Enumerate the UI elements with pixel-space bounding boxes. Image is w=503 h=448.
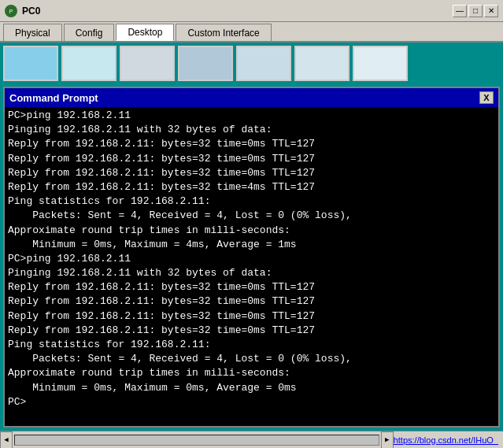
cmd-output-area[interactable]: PC>ping 192.168.2.11Pinging 192.168.2.11… xyxy=(5,107,498,426)
tab-desktop[interactable]: Desktop xyxy=(116,24,174,41)
cmd-line: Pinging 192.168.2.11 with 32 bytes of da… xyxy=(8,123,495,137)
cmd-line: Reply from 192.168.2.11: bytes=32 time=0… xyxy=(8,152,495,166)
cmd-line: Reply from 192.168.2.11: bytes=32 time=0… xyxy=(8,166,495,180)
cmd-line: Packets: Sent = 4, Received = 4, Lost = … xyxy=(8,352,495,366)
tab-physical-label: Physical xyxy=(15,28,50,39)
cmd-close-button[interactable]: X xyxy=(479,91,494,104)
close-button[interactable]: ✕ xyxy=(484,5,498,17)
maximize-button[interactable]: □ xyxy=(468,5,483,17)
tab-custom-label: Custom Interface xyxy=(187,28,259,39)
scroll-right-button[interactable]: ▶ xyxy=(381,431,394,449)
horizontal-scrollbar[interactable] xyxy=(14,435,379,446)
cmd-line: Reply from 192.168.2.11: bytes=32 time=0… xyxy=(8,137,495,151)
cmd-line: Packets: Sent = 4, Received = 4, Lost = … xyxy=(8,209,495,223)
thumbnail-5[interactable] xyxy=(236,46,291,81)
cmd-line: Minimum = 0ms, Maximum = 4ms, Average = … xyxy=(8,238,495,252)
status-link[interactable]: https://blog.csdn.net/IHuO_ xyxy=(394,435,503,445)
minimize-button[interactable]: — xyxy=(453,5,467,17)
cmd-line: Minimum = 0ms, Maximum = 0ms, Average = … xyxy=(8,381,495,395)
cmd-line: PC>ping 192.168.2.11 xyxy=(8,109,495,123)
cmd-line: Ping statistics for 192.168.2.11: xyxy=(8,194,495,209)
cmd-line: Reply from 192.168.2.11: bytes=32 time=4… xyxy=(8,180,495,194)
window-controls: — □ ✕ xyxy=(453,5,498,17)
bottom-bar: ◀ ▶ https://blog.csdn.net/IHuO_ xyxy=(0,431,503,448)
svg-text:P: P xyxy=(9,9,13,14)
cmd-line: PC>ping 192.168.2.11 xyxy=(8,252,495,266)
thumbnail-7[interactable] xyxy=(353,46,408,81)
tab-bar: Physical Config Desktop Custom Interface xyxy=(0,22,503,43)
cmd-line: Approximate round trip times in milli-se… xyxy=(8,224,495,238)
command-prompt-window: Command Prompt X PC>ping 192.168.2.11Pin… xyxy=(3,87,500,428)
thumbnail-6[interactable] xyxy=(294,46,350,81)
cmd-title-text: Command Prompt xyxy=(9,92,98,104)
cmd-line: Approximate round trip times in milli-se… xyxy=(8,366,495,380)
cmd-line: Reply from 192.168.2.11: bytes=32 time=0… xyxy=(8,280,495,294)
thumbnail-1[interactable] xyxy=(3,46,58,81)
thumbnail-row xyxy=(3,46,500,83)
cmd-line: PC> xyxy=(8,395,495,409)
thumbnail-2[interactable] xyxy=(61,46,117,81)
tab-config-label: Config xyxy=(76,28,103,39)
thumbnail-3[interactable] xyxy=(120,46,175,81)
cmd-line: Ping statistics for 192.168.2.11: xyxy=(8,338,495,352)
cmd-title-bar: Command Prompt X xyxy=(5,88,498,107)
main-content: Command Prompt X PC>ping 192.168.2.11Pin… xyxy=(0,43,503,431)
title-bar: P PC0 — □ ✕ xyxy=(0,0,503,22)
cmd-line: Pinging 192.168.2.11 with 32 bytes of da… xyxy=(8,266,495,280)
cmd-line: Reply from 192.168.2.11: bytes=32 time=0… xyxy=(8,324,495,338)
tab-custom-interface[interactable]: Custom Interface xyxy=(176,24,271,41)
window-title: PC0 xyxy=(22,6,448,17)
tab-config[interactable]: Config xyxy=(64,24,115,41)
scroll-left-button[interactable]: ◀ xyxy=(0,431,13,449)
cmd-line: Reply from 192.168.2.11: bytes=32 time=0… xyxy=(8,309,495,324)
app-icon: P xyxy=(5,5,17,17)
cmd-line: Reply from 192.168.2.11: bytes=32 time=0… xyxy=(8,294,495,309)
tab-physical[interactable]: Physical xyxy=(3,24,62,41)
thumbnail-4[interactable] xyxy=(178,46,233,81)
tab-desktop-label: Desktop xyxy=(128,27,162,38)
